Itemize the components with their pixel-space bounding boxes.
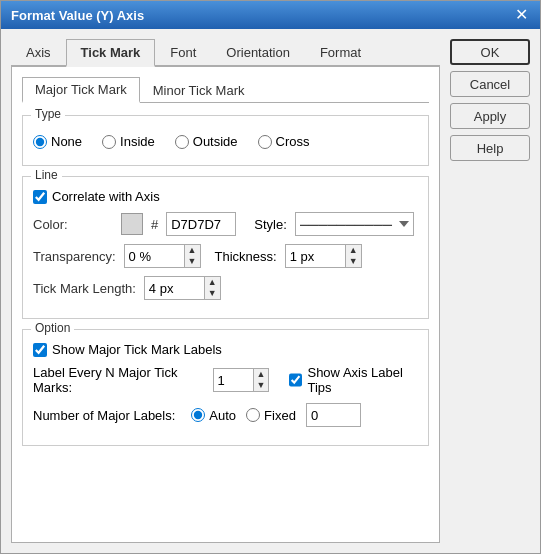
color-label: Color:: [33, 217, 113, 232]
type-radio-group: None Inside Outside: [33, 128, 418, 155]
correlate-checkbox-label[interactable]: Correlate with Axis: [33, 189, 160, 204]
every-n-label: Label Every N Major Tick Marks:: [33, 365, 203, 395]
tick-length-row: Tick Mark Length: ▲ ▼: [33, 276, 418, 300]
num-labels-row: Number of Major Labels: Auto Fixed: [33, 403, 418, 427]
num-labels-label: Number of Major Labels:: [33, 408, 175, 423]
tab-font[interactable]: Font: [155, 39, 211, 65]
style-label: Style:: [254, 217, 287, 232]
style-select[interactable]: ────────── - - - - - - · · · · · ·: [295, 212, 414, 236]
apply-button[interactable]: Apply: [450, 103, 530, 129]
line-section: Line Correlate with Axis Color:: [22, 176, 429, 319]
radio-auto[interactable]: Auto: [191, 408, 236, 423]
correlate-label: Correlate with Axis: [52, 189, 160, 204]
thickness-input[interactable]: [285, 244, 345, 268]
radio-none[interactable]: None: [33, 134, 82, 149]
close-button[interactable]: ✕: [513, 7, 530, 23]
thickness-down[interactable]: ▼: [346, 256, 361, 267]
transparency-thickness-row: Transparency: ▲ ▼ Thickness:: [33, 244, 418, 268]
dialog-body: Axis Tick Mark Font Orientation Format M…: [1, 29, 540, 553]
tick-length-label: Tick Mark Length:: [33, 281, 136, 296]
tab-minor-tick-mark[interactable]: Minor Tick Mark: [140, 77, 258, 102]
tab-axis[interactable]: Axis: [11, 39, 66, 65]
cancel-button[interactable]: Cancel: [450, 71, 530, 97]
transparency-label: Transparency:: [33, 249, 116, 264]
tab-orientation[interactable]: Orientation: [211, 39, 305, 65]
color-swatch[interactable]: [121, 213, 143, 235]
button-area: OK Cancel Apply Help: [450, 39, 530, 543]
every-n-spinner: ▲ ▼: [213, 368, 270, 392]
thickness-spinner: ▲ ▼: [285, 244, 362, 268]
show-labels-row: Show Major Tick Mark Labels: [33, 342, 418, 357]
dialog-title: Format Value (Y) Axis: [11, 8, 144, 23]
option-section-label: Option: [31, 321, 74, 335]
type-section-label: Type: [31, 107, 65, 121]
show-tips-checkbox-label[interactable]: Show Axis Label Tips: [289, 365, 418, 395]
tick-length-up[interactable]: ▲: [205, 277, 220, 288]
tabs-top: Axis Tick Mark Font Orientation Format: [11, 39, 440, 67]
tick-length-down[interactable]: ▼: [205, 288, 220, 299]
style-select-wrap: ────────── - - - - - - · · · · · ·: [295, 212, 414, 236]
show-tips-checkbox[interactable]: [289, 373, 302, 387]
every-n-down[interactable]: ▼: [254, 380, 269, 391]
transparency-down[interactable]: ▼: [185, 256, 200, 267]
tab-tick-mark[interactable]: Tick Mark: [66, 39, 156, 67]
title-bar: Format Value (Y) Axis ✕: [1, 1, 540, 29]
show-labels-checkbox-label[interactable]: Show Major Tick Mark Labels: [33, 342, 222, 357]
main-area: Axis Tick Mark Font Orientation Format M…: [11, 39, 440, 543]
correlate-row: Correlate with Axis: [33, 189, 418, 204]
transparency-input[interactable]: [124, 244, 184, 268]
radio-cross[interactable]: Cross: [258, 134, 310, 149]
radio-inside[interactable]: Inside: [102, 134, 155, 149]
thickness-up[interactable]: ▲: [346, 245, 361, 256]
option-section: Option Show Major Tick Mark Labels Label…: [22, 329, 429, 446]
tab-format[interactable]: Format: [305, 39, 376, 65]
transparency-up[interactable]: ▲: [185, 245, 200, 256]
every-n-row: Label Every N Major Tick Marks: ▲ ▼: [33, 365, 418, 395]
tick-length-input[interactable]: [144, 276, 204, 300]
tick-length-spinner: ▲ ▼: [144, 276, 221, 300]
hash-label: #: [151, 217, 158, 232]
color-hex-input[interactable]: [166, 212, 236, 236]
radio-outside[interactable]: Outside: [175, 134, 238, 149]
every-n-input[interactable]: [213, 368, 253, 392]
radio-fixed[interactable]: Fixed: [246, 408, 296, 423]
color-style-row: Color: # Style: ────────── - - - - - - ·…: [33, 212, 418, 236]
panel: Major Tick Mark Minor Tick Mark Type Non…: [11, 67, 440, 543]
line-section-label: Line: [31, 168, 62, 182]
show-labels-checkbox[interactable]: [33, 343, 47, 357]
transparency-spinner: ▲ ▼: [124, 244, 201, 268]
every-n-up[interactable]: ▲: [254, 369, 269, 380]
ok-button[interactable]: OK: [450, 39, 530, 65]
tabs-sub: Major Tick Mark Minor Tick Mark: [22, 77, 429, 103]
thickness-label: Thickness:: [215, 249, 277, 264]
show-tips-text: Show Axis Label Tips: [307, 365, 418, 395]
dialog-format-value-y-axis: Format Value (Y) Axis ✕ Axis Tick Mark F…: [0, 0, 541, 554]
correlate-checkbox[interactable]: [33, 190, 47, 204]
fixed-value-input[interactable]: [306, 403, 361, 427]
tab-major-tick-mark[interactable]: Major Tick Mark: [22, 77, 140, 103]
help-button[interactable]: Help: [450, 135, 530, 161]
show-labels-text: Show Major Tick Mark Labels: [52, 342, 222, 357]
type-section: Type None Inside: [22, 115, 429, 166]
